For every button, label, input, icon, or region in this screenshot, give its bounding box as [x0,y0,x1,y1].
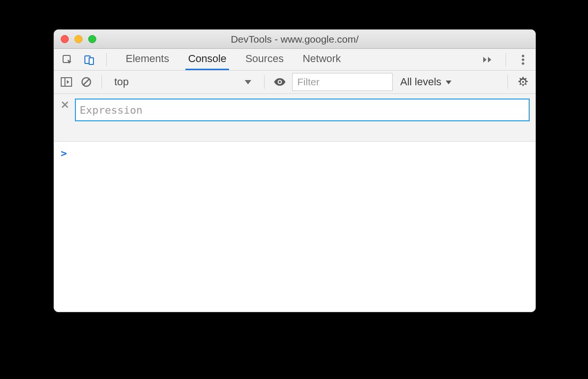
main-tabstrip: Elements Console Sources Network [54,49,535,71]
svg-point-5 [522,58,524,61]
separator [101,75,102,89]
tab-label: Network [303,53,341,65]
tabstrip-right-tools [481,49,535,70]
svg-point-4 [522,54,524,57]
tab-label: Elements [126,53,169,65]
live-expression-eye-icon[interactable] [272,74,287,90]
window-title: DevTools - www.google.com/ [54,34,535,45]
inspect-element-icon[interactable] [60,52,75,67]
settings-gear-icon[interactable] [515,74,531,90]
window-minimize-button[interactable] [74,35,83,43]
tab-label: Sources [245,53,284,65]
devtools-window: DevTools - www.google.com/ Elements [54,29,536,312]
separator [507,75,508,89]
log-levels-selector[interactable]: All levels [397,76,455,88]
context-selector[interactable]: top [110,74,257,90]
tab-sources[interactable]: Sources [242,49,286,70]
console-toolbar: top All levels [54,71,535,94]
log-levels-label: All levels [400,76,441,88]
svg-point-12 [279,81,281,83]
context-selector-label: top [114,76,129,88]
console-prompt-caret: > [61,147,67,159]
titlebar: DevTools - www.google.com/ [54,30,535,49]
live-expression-row [54,94,535,142]
tab-label: Console [188,53,227,65]
separator [106,53,107,66]
window-zoom-button[interactable] [88,35,96,43]
separator [505,53,506,66]
svg-rect-7 [61,78,72,86]
svg-line-10 [83,79,89,85]
window-close-button[interactable] [61,35,69,43]
tab-network[interactable]: Network [300,49,344,70]
show-console-sidebar-icon[interactable] [59,74,74,90]
traffic-lights [54,35,96,43]
close-icon[interactable] [60,99,70,112]
tab-elements[interactable]: Elements [123,49,172,70]
tabstrip-left-tools [54,49,113,70]
device-toolbar-icon[interactable] [82,52,97,67]
kebab-menu-icon[interactable] [515,52,531,67]
tab-console[interactable]: Console [185,49,230,70]
svg-rect-2 [89,58,93,64]
chevron-down-icon [244,76,252,88]
live-expression-input[interactable] [75,99,530,121]
chevron-down-icon [445,76,452,88]
svg-point-6 [522,62,524,64]
overflow-chevrons-icon[interactable] [481,52,496,67]
separator [264,75,265,89]
console-output[interactable]: > [54,142,535,312]
clear-console-icon[interactable] [79,74,94,90]
filter-input[interactable] [292,73,393,91]
panel-tabs: Elements Console Sources Network [113,49,344,70]
